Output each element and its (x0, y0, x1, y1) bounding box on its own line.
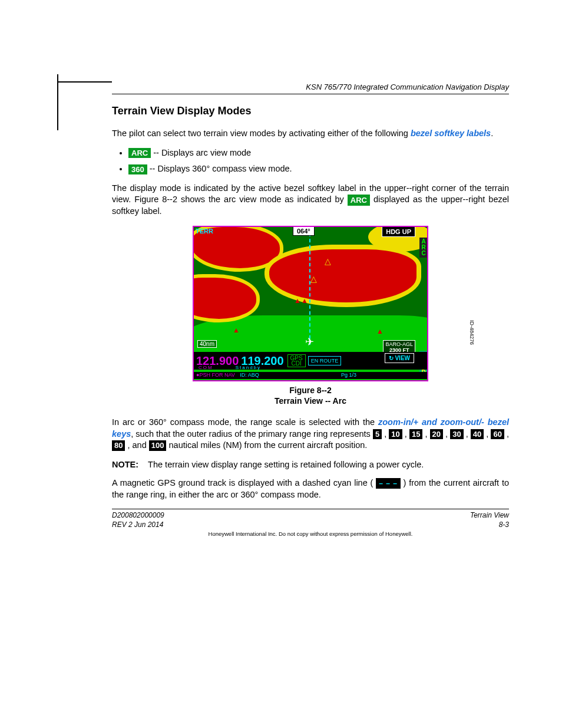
hdg-up-label: HDG UP (382, 226, 415, 237)
gps-cdi-box: GPS CDI (287, 354, 306, 367)
range-15: 15 (409, 429, 422, 440)
para3b: , such that the outer radius of the prim… (131, 429, 373, 439)
aircraft-icon: ✈ (305, 335, 314, 348)
intro-text-a: The pilot can select two terrain view mo… (112, 129, 411, 138)
doc-number: D200802000009 (112, 511, 164, 521)
terrain-view-figure: ✈ △ △ ▲ ▲ ▲▲ TERR 064° HDG UP A R C L G … (193, 226, 428, 381)
figure-id-tag: ID-484276 (469, 320, 475, 345)
page-content: KSN 765/770 Integrated Communication Nav… (112, 35, 509, 719)
status-line: ●PSH FOR NAV ID: ABQ Pg 1/3 (194, 372, 427, 379)
range-100: 100 (149, 440, 167, 451)
id-readout: ID: ABQ (240, 372, 259, 378)
range-60: 60 (491, 429, 504, 440)
section-heading: Terrain View Display Modes (112, 105, 509, 117)
note-text: The terrain view display range setting i… (148, 460, 424, 469)
page-indicator: Pg 1/3 (341, 372, 356, 378)
caption-line1: Figure 8--2 (112, 385, 509, 396)
obstacle-icon: ▲▲ (294, 297, 308, 305)
obstacle-icon: ▲ (233, 326, 240, 334)
waypoint-icon: △ (310, 274, 317, 284)
range-40: 40 (471, 429, 484, 440)
terr-label: TERR (196, 228, 213, 235)
list-item-arc: ARC -- Displays arc view mode (128, 148, 509, 159)
push-for-nav: ●PSH FOR NAV (196, 372, 235, 378)
com-label: COM (199, 365, 213, 370)
para4a: A magnetic GPS ground track is displayed… (112, 478, 376, 487)
range-20: 20 (430, 429, 443, 440)
heading-readout: 064° (293, 226, 315, 236)
obstacle-icon: ▲ (376, 327, 384, 335)
ground-track-line (309, 233, 310, 345)
waypoint-icon: △ (325, 256, 331, 266)
revision: REV 2 Jun 2014 (112, 521, 164, 530)
running-header: KSN 765/770 Integrated Communication Nav… (112, 83, 509, 94)
view-button: ↻ VIEW (385, 353, 414, 363)
page-number: 8-3 (470, 521, 509, 530)
range-5: 5 (373, 429, 382, 440)
bezel-softkey-link: bezel softkey labels (411, 129, 491, 138)
arc-mode-indicator: A R C (419, 238, 428, 258)
360-softkey-pill: 360 (128, 164, 147, 174)
intro-text-b: . (491, 129, 493, 138)
cyan-dash-icon: – – – (376, 478, 401, 489)
range-paragraph: In arc or 360° compass mode, the range s… (112, 417, 509, 452)
note-label: NOTE: (112, 460, 138, 469)
copyright-notice: Honeywell International Inc. Do not copy… (112, 531, 509, 537)
range-80: 80 (112, 440, 125, 451)
section-name: Terrain View (470, 511, 509, 521)
range-30: 30 (450, 429, 463, 440)
note-block: NOTE: The terrain view display range set… (112, 460, 509, 469)
arc-softkey-pill: ARC (128, 148, 151, 158)
freq-sublabels: COM Standby (199, 365, 261, 370)
360-desc: -- Displays 360° compass view mode. (147, 164, 292, 173)
intro-paragraph: The pilot can select two terrain view mo… (112, 128, 509, 140)
page-footer: D200802000009 REV 2 Jun 2014 Terrain Vie… (112, 511, 509, 529)
softkey-list: ARC -- Displays arc view mode 360 -- Dis… (112, 148, 509, 174)
baro-label: BARO-AGL (385, 341, 413, 347)
caption-line2: Terrain View -- Arc (112, 396, 509, 406)
range-readout: 40nm (197, 340, 217, 348)
range-10: 10 (389, 429, 402, 440)
mode-indicator-paragraph: The display mode is indicated by the act… (112, 183, 509, 218)
standby-label: Standby (236, 365, 261, 370)
enroute-annunciator: EN ROUTE (308, 356, 342, 365)
para3a: In arc or 360° compass mode, the range s… (112, 417, 378, 427)
list-item-360: 360 -- Displays 360° compass view mode. (128, 164, 509, 174)
arc-inline-pill: ARC (348, 195, 370, 206)
arc-desc: -- Displays arc view mode (151, 148, 251, 157)
cdi-label: CDI (290, 361, 303, 366)
figure-caption: Figure 8--2 Terrain View -- Arc (112, 385, 509, 406)
para3c: nautical miles (NM) from the current air… (166, 440, 367, 450)
corner-rule (58, 81, 112, 83)
track-line-paragraph: A magnetic GPS ground track is displayed… (112, 477, 509, 500)
